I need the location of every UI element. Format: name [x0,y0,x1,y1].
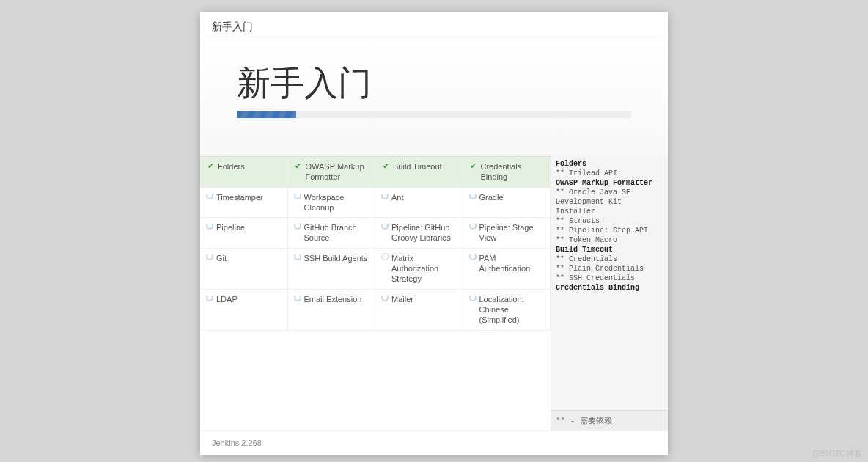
plugin-label: GitHub Branch Source [304,222,369,243]
spinner-icon [294,222,301,230]
plugin-cell: Credentials Binding [463,157,551,188]
spinner-icon [469,222,477,230]
install-progress-fill [237,111,296,118]
log-line: ** Token Macro [556,235,663,245]
modal-header: 新手入门 [200,12,668,40]
plugin-cell: Pipeline [200,218,288,249]
plugin-label: Pipeline: Stage View [479,222,545,243]
plugin-cell: Pipeline: GitHub Groovy Libraries [375,218,463,249]
plugin-label: Build Timeout [393,161,457,172]
plugin-label: Pipeline [216,222,282,232]
plugin-label: Git [216,253,282,263]
plugin-label: Gradle [479,192,545,202]
plugin-grid: FoldersOWASP Markup FormatterBuild Timeo… [200,156,551,430]
log-line: Folders [556,159,663,169]
log-line: ** Plain Credentials [556,264,663,274]
plugin-cell: Build Timeout [375,157,463,188]
spinner-icon [381,222,389,230]
pending-icon [381,253,389,260]
plugin-cell: Timestamper [200,188,288,219]
plugin-cell: Folders [200,157,288,188]
plugin-label: LDAP [216,294,282,304]
spinner-icon [206,253,213,260]
spinner-icon [294,192,301,199]
install-log-panel: Folders** Trilead APIOWASP Markup Format… [551,156,668,430]
content-area: FoldersOWASP Markup FormatterBuild Timeo… [200,156,668,430]
modal-footer: Jenkins 2.268 [200,430,668,455]
install-log-lines: Folders** Trilead APIOWASP Markup Format… [551,156,668,410]
plugin-label: PAM Authentication [479,253,545,274]
spinner-icon [469,192,477,199]
log-line: ** Oracle Java SE Development Kit Instal… [556,188,663,216]
spinner-icon [294,294,301,301]
plugin-label: Timestamper [216,192,282,202]
setup-wizard-modal: 新手入门 新手入门 FoldersOWASP Markup FormatterB… [200,12,668,455]
plugin-cell: SSH Build Agents [288,249,376,290]
page-title: 新手入门 [237,61,631,106]
check-icon [294,161,303,170]
plugin-cell: Matrix Authorization Strategy [375,249,463,290]
plugin-cell: GitHub Branch Source [288,218,376,249]
log-line: Credentials Binding [556,283,663,293]
jenkins-version: Jenkins 2.268 [212,439,262,447]
plugin-cell: Ant [375,188,463,219]
plugin-cell: Mailer [375,290,463,331]
watermark: @51CTO博客 [812,448,862,459]
plugin-label: Localization: Chinese (Simplified) [479,294,545,326]
spinner-icon [381,192,389,199]
log-line: ** SSH Credentials [556,274,663,283]
install-progress-bar [237,111,631,118]
log-line: ** Credentials [556,254,663,264]
spinner-icon [206,294,213,301]
spinner-icon [469,253,477,260]
check-icon [469,161,478,170]
hero-section: 新手入门 [200,40,668,156]
plugin-label: Pipeline: GitHub Groovy Libraries [391,222,457,243]
plugin-label: Workspace Cleanup [304,192,369,213]
plugin-label: Email Extension [304,294,369,304]
install-log-footer: ** - 需要依赖 [551,410,668,430]
plugin-cell: Email Extension [288,290,376,331]
plugin-cell: PAM Authentication [463,249,551,290]
log-line: ** Trilead API [556,169,663,178]
plugin-label: OWASP Markup Formatter [306,161,369,183]
plugin-label: SSH Build Agents [304,253,369,263]
plugin-cell: Workspace Cleanup [288,188,376,219]
plugin-cell: LDAP [200,290,288,331]
log-line: Build Timeout [556,245,663,254]
log-line: ** Structs [556,216,663,226]
check-icon [206,161,215,170]
plugin-label: Credentials Binding [481,161,545,183]
spinner-icon [206,222,213,230]
check-icon [381,161,390,170]
spinner-icon [469,294,477,301]
plugin-cell: Git [200,249,288,290]
plugin-cell: OWASP Markup Formatter [288,157,376,188]
spinner-icon [381,294,389,301]
modal-title: 新手入门 [212,21,253,32]
plugin-label: Folders [218,161,282,172]
plugin-cell: Localization: Chinese (Simplified) [463,290,551,331]
log-line: OWASP Markup Formatter [556,178,663,188]
plugin-cell: Pipeline: Stage View [463,218,551,249]
spinner-icon [206,192,213,199]
plugin-label: Mailer [391,294,457,304]
plugin-label: Ant [391,192,457,202]
spinner-icon [294,253,301,260]
plugin-cell: Gradle [463,188,551,219]
log-line: ** Pipeline: Step API [556,226,663,235]
plugin-label: Matrix Authorization Strategy [391,253,457,285]
